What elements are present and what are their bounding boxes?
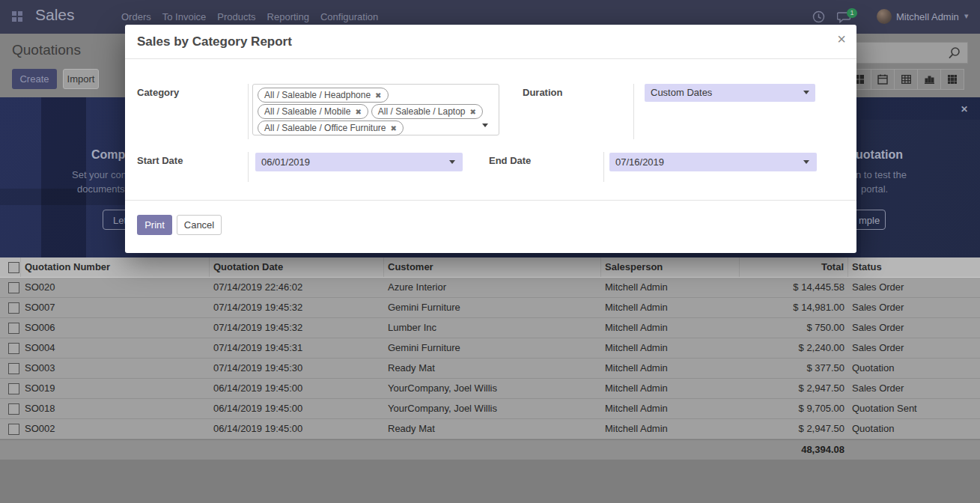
cell-quotation-date: 07/14/2019 19:45:32 (210, 318, 384, 338)
row-checkbox[interactable] (8, 424, 19, 435)
pivot-icon (901, 75, 911, 84)
cell-quotation-number: SO003 (21, 359, 210, 378)
sales-by-category-dialog: Sales by Category Report × Category All … (125, 25, 856, 253)
banner-close-icon[interactable]: ✕ (961, 104, 968, 115)
cell-total: $ 2,947.50 (740, 379, 848, 398)
cell-quotation-number: SO020 (21, 278, 210, 297)
cell-salesperson: Mitchell Admin (601, 399, 740, 418)
cell-status: Sales Order (848, 379, 980, 398)
cell-status: Quotation Sent (848, 399, 980, 418)
search-icon[interactable] (948, 46, 961, 60)
apps-grid-square (18, 17, 22, 22)
tag-remove-icon[interactable]: ✖ (375, 91, 381, 100)
cell-quotation-date: 07/14/2019 19:45:30 (210, 359, 384, 378)
cell-status: Quotation (848, 419, 980, 439)
menu-configuration[interactable]: Configuration (320, 11, 378, 22)
screen: Sales Orders To Invoice Products Reporti… (0, 0, 980, 503)
activities-clock-icon[interactable] (812, 10, 825, 23)
table-row[interactable]: SO020 07/14/2019 22:46:02 Azure Interior… (0, 278, 980, 298)
cell-quotation-date: 07/14/2019 22:46:02 (210, 278, 384, 297)
import-button[interactable]: Import (63, 69, 99, 89)
category-tags-field[interactable]: All / Saleable / Headphone✖ All / Saleab… (252, 84, 499, 135)
duration-label: Duration (523, 87, 562, 98)
grand-total: 48,394.08 (740, 440, 848, 460)
apps-menu-icon[interactable] (12, 11, 22, 22)
header-quotation-date[interactable]: Quotation Date (210, 257, 384, 277)
date-caret-icon (449, 160, 455, 164)
cell-total: $ 14,981.00 (740, 298, 848, 317)
cell-quotation-number: SO019 (21, 379, 210, 398)
row-checkbox[interactable] (8, 363, 19, 374)
cancel-button[interactable]: Cancel (177, 215, 222, 235)
start-date-field[interactable]: 06/01/2019 (255, 153, 463, 171)
tag-remove-icon[interactable]: ✖ (355, 108, 361, 116)
table-row[interactable]: SO006 07/14/2019 19:45:32 Lumber Inc Mit… (0, 318, 980, 338)
print-button[interactable]: Print (137, 215, 172, 235)
table-row[interactable]: SO019 06/14/2019 19:45:00 YourCompany, J… (0, 379, 980, 399)
menu-reporting[interactable]: Reporting (267, 11, 309, 22)
category-dropdown-caret-icon[interactable] (482, 124, 488, 127)
app-title[interactable]: Sales (35, 6, 75, 24)
tag-remove-icon[interactable]: ✖ (391, 124, 397, 132)
table-row[interactable]: SO004 07/14/2019 19:45:31 Gemini Furnitu… (0, 338, 980, 359)
table-row[interactable]: SO002 06/14/2019 19:45:00 Ready Mat Mitc… (0, 419, 980, 439)
tag-remove-icon[interactable]: ✖ (470, 108, 476, 116)
row-checkbox[interactable] (8, 282, 19, 293)
row-checkbox[interactable] (8, 383, 19, 394)
cell-salesperson: Mitchell Admin (601, 379, 740, 398)
select-all-checkbox[interactable] (8, 262, 19, 273)
cell-status: Quotation (848, 359, 980, 378)
header-quotation-number[interactable]: Quotation Number (21, 257, 210, 277)
cell-status: Sales Order (848, 278, 980, 297)
header-total[interactable]: Total (740, 257, 848, 277)
cell-customer: Gemini Furniture (384, 338, 601, 358)
view-calendar-button[interactable] (871, 69, 895, 90)
cell-salesperson: Mitchell Admin (601, 278, 740, 297)
view-graph-button[interactable] (917, 69, 941, 90)
cell-quotation-number: SO018 (21, 399, 210, 418)
row-checkbox[interactable] (8, 343, 19, 354)
cell-quotation-date: 06/14/2019 19:45:00 (210, 419, 384, 439)
row-checkbox[interactable] (8, 302, 19, 314)
menu-products[interactable]: Products (217, 11, 255, 22)
cell-status: Sales Order (848, 338, 980, 358)
cell-customer: Gemini Furniture (384, 298, 601, 317)
cell-quotation-number: SO002 (21, 419, 210, 439)
divider (248, 152, 249, 182)
menu-orders[interactable]: Orders (121, 11, 151, 22)
user-avatar[interactable] (877, 9, 892, 24)
date-caret-icon (803, 160, 809, 164)
divider (633, 84, 634, 139)
dialog-title: Sales by Category Report (137, 34, 292, 49)
apps-grid-square (12, 11, 16, 16)
menu-to-invoice[interactable]: To Invoice (162, 11, 207, 22)
row-checkbox[interactable] (8, 403, 19, 415)
cell-status: Sales Order (848, 318, 980, 338)
cell-customer: YourCompany, Joel Willis (384, 379, 601, 398)
select-caret-icon (803, 91, 809, 94)
header-salesperson[interactable]: Salesperson (601, 257, 740, 277)
end-date-field[interactable]: 07/16/2019 (609, 153, 817, 171)
divider (125, 200, 856, 201)
user-menu[interactable]: Mitchell Admin (896, 11, 959, 22)
table-row[interactable]: SO003 07/14/2019 19:45:30 Ready Mat Mitc… (0, 359, 980, 379)
table-row[interactable]: SO018 06/14/2019 19:45:00 YourCompany, J… (0, 399, 980, 419)
category-tag: All / Saleable / Headphone✖ (258, 88, 389, 103)
cell-salesperson: Mitchell Admin (601, 338, 740, 358)
cell-quotation-date: 06/14/2019 19:45:00 (210, 379, 384, 398)
row-checkbox[interactable] (8, 323, 19, 334)
bar-chart-icon (925, 75, 934, 84)
create-button[interactable]: Create (12, 69, 57, 89)
banner-left-text: documents (77, 183, 125, 195)
banner-left-text: Set your con (72, 169, 127, 180)
user-menu-caret-icon[interactable]: ▾ (964, 11, 969, 21)
duration-select[interactable]: Custom Dates (645, 84, 815, 102)
header-customer[interactable]: Customer (384, 257, 601, 277)
view-list-button[interactable] (940, 69, 964, 90)
table-row[interactable]: SO007 07/14/2019 19:45:32 Gemini Furnitu… (0, 298, 980, 318)
view-pivot-button[interactable] (894, 69, 918, 90)
header-status[interactable]: Status (848, 257, 980, 277)
dialog-close-icon[interactable]: × (837, 31, 846, 48)
cell-salesperson: Mitchell Admin (601, 419, 740, 439)
cell-salesperson: Mitchell Admin (601, 318, 740, 338)
